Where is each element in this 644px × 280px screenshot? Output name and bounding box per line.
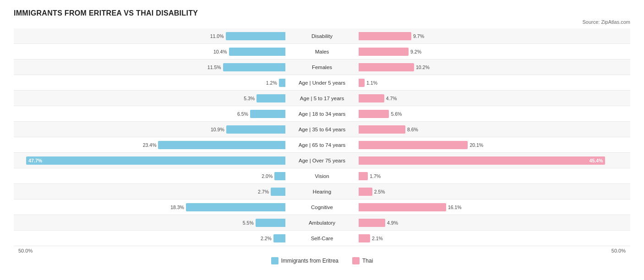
bar-left-section: 10.9% [14, 124, 285, 135]
bar-pink [359, 79, 365, 87]
chart-row: 11.5%Females10.2% [14, 59, 630, 75]
value-left: 5.3% [244, 96, 255, 101]
bar-right-section: 9.7% [359, 31, 630, 41]
value-left: 23.4% [143, 142, 157, 148]
bar-blue [256, 219, 285, 227]
value-left: 10.4% [213, 49, 227, 54]
bar-pink [359, 94, 384, 102]
axis-row: 50.0% 50.0% [14, 246, 630, 253]
value-left: 11.5% [207, 65, 221, 70]
bar-pink [359, 32, 411, 40]
value-right: 9.7% [413, 33, 424, 39]
legend-item-pink: Thai [352, 257, 373, 264]
value-left: 18.3% [170, 205, 184, 210]
bar-left-section: 23.4% [14, 140, 285, 150]
bar-left-section: 2.7% [14, 187, 285, 197]
row-label: Age | 65 to 74 years [285, 142, 359, 148]
bar-blue: 47.7% [26, 156, 285, 165]
bar-left-section: 5.3% [14, 93, 285, 103]
value-left: 10.9% [211, 127, 224, 132]
bar-right-section: 2.5% [359, 187, 630, 197]
bar-left-section: 1.2% [14, 78, 285, 88]
chart-row: 23.4%Age | 65 to 74 years20.1% [14, 137, 630, 153]
axis-label-right: 50.0% [359, 248, 630, 253]
legend: Immigrants from Eritrea Thai [14, 257, 630, 264]
bar-blue [226, 125, 285, 134]
bar-blue [271, 188, 285, 196]
chart-row: 2.2%Self-Care2.1% [14, 231, 630, 246]
bar-left-section: 18.3% [14, 202, 285, 212]
bar-left-section: 11.5% [14, 62, 285, 72]
bar-pink [359, 125, 405, 134]
value-right: 10.2% [416, 65, 430, 70]
row-label: Disability [285, 33, 359, 39]
value-right: 2.5% [374, 189, 385, 194]
bar-pink [359, 172, 368, 180]
value-left: 1.2% [266, 80, 277, 86]
bar-blue [279, 79, 285, 87]
row-label: Males [285, 49, 359, 54]
chart-row: 2.7%Hearing2.5% [14, 184, 630, 199]
bar-blue [229, 48, 285, 56]
bar-left-section: 10.4% [14, 47, 285, 57]
row-label: Females [285, 65, 359, 70]
chart-row: 10.4%Males9.2% [14, 44, 630, 59]
value-left: 2.7% [258, 189, 269, 194]
chart-row: 47.7%Age | Over 75 years45.4% [14, 153, 630, 168]
value-right: 1.7% [370, 173, 381, 179]
bar-pink: 45.4% [359, 156, 605, 165]
bar-right-section: 1.1% [359, 78, 630, 88]
row-label: Age | Over 75 years [285, 158, 359, 163]
bar-blue [273, 234, 285, 242]
value-right: 8.6% [407, 127, 418, 132]
source-label: Source: ZipAtlas.com [14, 19, 630, 25]
bar-left-section: 6.5% [14, 109, 285, 119]
legend-swatch-pink [352, 257, 360, 264]
bar-right-section: 4.7% [359, 93, 630, 103]
bar-pink [359, 63, 414, 71]
bar-right-section: 2.1% [359, 233, 630, 243]
bar-pink [359, 234, 370, 242]
value-left: 5.5% [243, 220, 254, 226]
value-right: 9.2% [410, 49, 421, 54]
chart-row: 11.0%Disability9.7% [14, 28, 630, 44]
legend-item-blue: Immigrants from Eritrea [271, 257, 338, 264]
value-right: 4.9% [387, 220, 398, 226]
bar-left-section: 2.2% [14, 233, 285, 243]
bar-right-section: 45.4% [359, 156, 630, 166]
row-label: Vision [285, 173, 359, 179]
legend-label-pink: Thai [362, 258, 373, 264]
chart-area: 11.0%Disability9.7%10.4%Males9.2%11.5%Fe… [14, 28, 630, 246]
value-left: 2.2% [261, 236, 272, 241]
bar-blue [250, 110, 285, 118]
value-right: 5.6% [391, 111, 402, 117]
bar-blue [274, 172, 285, 180]
chart-row: 18.3%Cognitive16.1% [14, 199, 630, 215]
chart-row: 5.5%Ambulatory4.9% [14, 215, 630, 231]
bar-right-section: 5.6% [359, 109, 630, 119]
chart-row: 2.0%Vision1.7% [14, 168, 630, 184]
value-left: 6.5% [237, 111, 248, 117]
value-left: 2.0% [262, 173, 273, 179]
bar-pink [359, 188, 372, 196]
bar-blue [186, 203, 285, 211]
row-label: Age | 5 to 17 years [285, 96, 359, 101]
value-left: 11.0% [210, 33, 224, 39]
value-right: 16.1% [448, 205, 462, 210]
row-label: Age | 18 to 34 years [285, 111, 359, 117]
chart-row: 6.5%Age | 18 to 34 years5.6% [14, 106, 630, 122]
axis-label-left: 50.0% [14, 248, 285, 253]
value-right: 2.1% [372, 236, 383, 241]
value-right: 1.1% [366, 80, 377, 86]
chart-row: 5.3%Age | 5 to 17 years4.7% [14, 91, 630, 106]
chart-row: 1.2%Age | Under 5 years1.1% [14, 75, 630, 91]
bar-left-section: 5.5% [14, 218, 285, 228]
legend-label-blue: Immigrants from Eritrea [281, 258, 338, 264]
bar-right-section: 1.7% [359, 171, 630, 181]
chart-row: 10.9%Age | 35 to 64 years8.6% [14, 122, 630, 137]
bar-pink [359, 48, 409, 56]
bar-pink [359, 141, 468, 149]
bar-right-section: 9.2% [359, 47, 630, 57]
value-right: 20.1% [469, 142, 483, 148]
bar-blue [257, 94, 285, 102]
